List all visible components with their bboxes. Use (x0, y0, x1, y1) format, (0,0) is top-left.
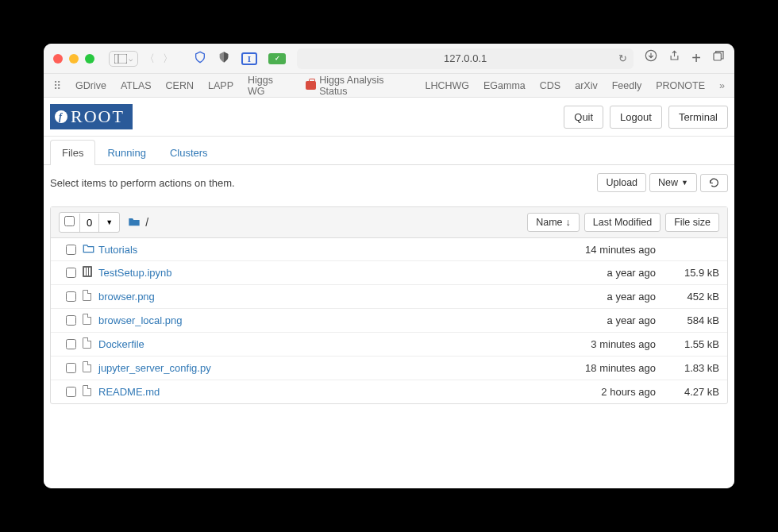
privacy-icon[interactable] (218, 51, 230, 66)
file-size: 1.83 kB (656, 362, 719, 374)
file-checkbox[interactable] (66, 339, 76, 349)
share-icon[interactable] (668, 49, 680, 67)
new-button[interactable]: New▼ (649, 173, 697, 192)
apps-grid-icon[interactable]: ⠿ (53, 79, 61, 92)
file-row[interactable]: jupyter_server_config.py18 minutes ago1.… (51, 357, 727, 380)
minimize-window-button[interactable] (69, 54, 79, 64)
breadcrumb: / (128, 216, 148, 229)
file-modified: a year ago (537, 314, 656, 326)
window-controls (53, 54, 94, 64)
file-size: 15.9 kB (656, 267, 719, 279)
file-row[interactable]: browser_local.pnga year ago584 kB (51, 309, 727, 333)
file-checkbox[interactable] (66, 291, 76, 302)
close-window-button[interactable] (53, 54, 63, 64)
file-modified: 14 minutes ago (537, 244, 656, 256)
file-icon (83, 290, 98, 303)
selected-count: 0 (79, 214, 99, 232)
actions-row: Select items to perform actions on them.… (44, 165, 734, 200)
url-text: 127.0.0.1 (444, 52, 487, 64)
file-checkbox[interactable] (66, 245, 76, 255)
upload-button[interactable]: Upload (597, 173, 646, 192)
file-modified: 2 hours ago (537, 386, 656, 398)
file-row[interactable]: Tutorials14 minutes ago (51, 238, 727, 261)
tab-running[interactable]: Running (95, 140, 157, 165)
new-tab-icon[interactable]: + (691, 49, 701, 67)
bookmark-arxiv[interactable]: arXiv (575, 80, 597, 91)
file-checkbox[interactable] (66, 268, 76, 278)
file-name[interactable]: jupyter_server_config.py (98, 362, 537, 374)
file-size: 452 kB (656, 291, 719, 303)
bookmarks-overflow-icon[interactable]: » (719, 80, 725, 91)
bookmark-higgs-wg[interactable]: Higgs WG (248, 75, 291, 97)
bookmark-lhchwg[interactable]: LHCHWG (425, 80, 469, 91)
terminal-button[interactable]: Terminal (668, 106, 728, 129)
bookmark-atlas[interactable]: ATLAS (121, 80, 152, 91)
shield-icon[interactable] (194, 51, 206, 66)
refresh-button[interactable] (700, 174, 728, 192)
file-modified: a year ago (537, 267, 656, 279)
file-row[interactable]: Dockerfile3 minutes ago1.55 kB (51, 333, 727, 357)
logout-button[interactable]: Logout (610, 106, 662, 129)
select-dropdown-icon[interactable]: ▼ (99, 215, 119, 229)
logo-icon: f (55, 110, 67, 123)
tab-clusters[interactable]: Clusters (158, 140, 220, 165)
bookmark-cds[interactable]: CDS (540, 80, 560, 91)
selection-hint: Select items to perform actions on them. (50, 177, 235, 189)
notebook-icon (83, 266, 98, 279)
file-name[interactable]: Tutorials (98, 244, 537, 256)
bookmark-higgs-analysis[interactable]: Higgs Analysis Status (306, 75, 411, 97)
sort-name-button[interactable]: Name ↓ (527, 213, 580, 232)
tabs-icon[interactable] (712, 49, 725, 67)
maximize-window-button[interactable] (85, 54, 94, 64)
url-bar[interactable]: 127.0.0.1 ↻ (297, 48, 634, 69)
quit-button[interactable]: Quit (564, 106, 603, 129)
bookmark-egamma[interactable]: EGamma (483, 80, 526, 91)
extension-i-icon[interactable]: I (241, 52, 257, 65)
file-icon (83, 385, 98, 399)
folder-icon[interactable] (128, 216, 141, 229)
root-logo[interactable]: f ROOT (50, 104, 133, 129)
file-size: 4.27 kB (656, 386, 719, 398)
bookmarks-bar: ⠿ GDrive ATLAS CERN LAPP Higgs WG Higgs … (44, 74, 734, 98)
bookmark-cern[interactable]: CERN (166, 80, 194, 91)
file-checkbox[interactable] (66, 315, 76, 326)
file-modified: 18 minutes ago (537, 362, 656, 374)
browser-window: ⌵ 〈 〉 I ✓ 127.0.0.1 ↻ + ⠿ GDrive ATLAS C… (44, 44, 734, 488)
bookmark-lapp[interactable]: LAPP (208, 80, 233, 91)
file-row[interactable]: browser.pnga year ago452 kB (51, 285, 727, 309)
tab-files[interactable]: Files (50, 140, 95, 165)
main-tabs: Files Running Clusters (44, 140, 734, 165)
bookmark-gdrive[interactable]: GDrive (75, 80, 106, 91)
select-all-checkbox[interactable] (64, 216, 75, 226)
titlebar: ⌵ 〈 〉 I ✓ 127.0.0.1 ↻ + (44, 44, 734, 74)
sidebar-toggle[interactable]: ⌵ (109, 51, 138, 67)
svg-rect-0 (114, 54, 127, 64)
file-name[interactable]: TestSetup.ipynb (98, 267, 537, 279)
select-all-control[interactable]: 0 ▼ (59, 212, 120, 233)
sort-size-button[interactable]: File size (665, 213, 719, 232)
file-checkbox[interactable] (66, 363, 76, 373)
file-panel-header: 0 ▼ / Name ↓ Last Modified File size (51, 207, 727, 238)
sort-arrow-icon: ↓ (566, 217, 571, 228)
file-row[interactable]: TestSetup.ipynba year ago15.9 kB (51, 261, 727, 285)
download-icon[interactable] (645, 49, 657, 67)
nav-forward-button[interactable]: 〉 (163, 52, 173, 66)
breadcrumb-root[interactable]: / (145, 216, 148, 229)
extension-green-icon[interactable]: ✓ (268, 53, 286, 64)
file-checkbox[interactable] (66, 387, 76, 397)
file-name[interactable]: browser_local.png (98, 314, 537, 326)
file-modified: a year ago (537, 291, 656, 303)
nav-back-button[interactable]: 〈 (144, 52, 155, 66)
file-name[interactable]: README.md (98, 386, 537, 398)
bookmark-feedly[interactable]: Feedly (612, 80, 642, 91)
file-size: 1.55 kB (656, 338, 719, 350)
file-panel: 0 ▼ / Name ↓ Last Modified File size Tut… (50, 206, 728, 404)
file-icon (83, 361, 98, 375)
file-name[interactable]: Dockerfile (98, 338, 537, 350)
file-size: 584 kB (656, 314, 719, 326)
reload-icon[interactable]: ↻ (618, 52, 627, 64)
file-name[interactable]: browser.png (98, 291, 537, 303)
file-row[interactable]: README.md2 hours ago4.27 kB (51, 380, 727, 403)
sort-modified-button[interactable]: Last Modified (584, 213, 661, 232)
bookmark-pronote[interactable]: PRONOTE (656, 80, 705, 91)
